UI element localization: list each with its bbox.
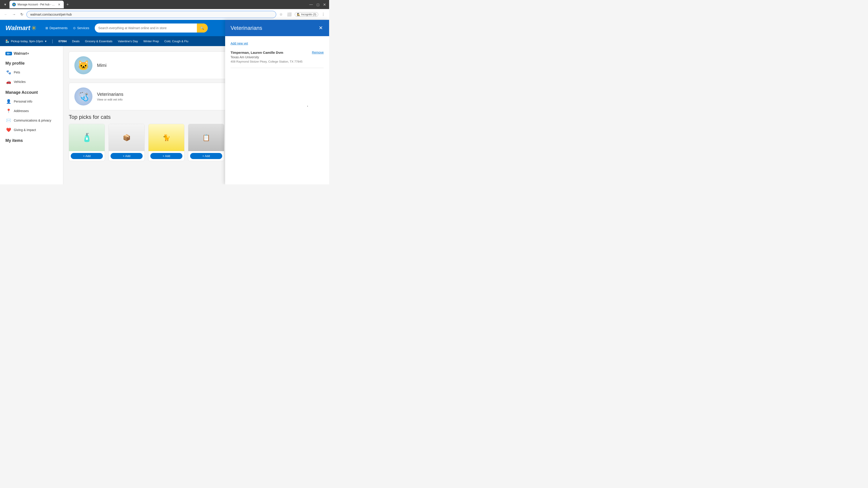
sidebar-item-personal-info[interactable]: 👤 Personal info	[0, 97, 63, 106]
product-image-spray: 🧴	[69, 124, 105, 151]
sidebar-item-vehicles-label: Vehicles	[14, 80, 26, 84]
cold-cough-link[interactable]: Cold, Cough & Flu	[164, 39, 188, 43]
departments-label: Departments	[50, 26, 68, 30]
vet-entry-0: Timperman, Lauren Camille Dvm Texas Am U…	[230, 51, 324, 68]
active-tab[interactable]: W Manage Account - Pet hub - W... ✕	[9, 1, 64, 8]
panel-title: Veterinarians	[230, 25, 262, 31]
back-button[interactable]: ←	[3, 11, 9, 18]
add-spray-button[interactable]: + Add	[71, 153, 103, 159]
sidebar-walmart-plus[interactable]: W+ Walmart+	[0, 50, 63, 57]
stethoscope-icon: 🩺	[78, 92, 89, 101]
manage-account-section-title: Manage Account	[0, 87, 63, 97]
sidebar-item-pets[interactable]: 🐾 Pets	[0, 68, 63, 77]
vet-card-subtitle: View or edit vet info	[97, 98, 123, 101]
walmart-logo-text: Walmart	[5, 24, 30, 32]
vet-org-0: Texas Am University	[230, 55, 303, 59]
pickup-label: Pickup today, 9pm-10pm	[11, 39, 43, 43]
panel-body: Add new vet Timperman, Lauren Camille Dv…	[225, 36, 329, 184]
services-label: Services	[77, 26, 89, 30]
product-card-spray: 🧴 + Add	[69, 124, 105, 161]
sidebar-item-personal-info-label: Personal info	[14, 100, 32, 103]
cat-icon: 🐱	[78, 60, 89, 71]
vet-card-title: Veterinarians	[97, 92, 123, 97]
vet-avatar: 🩺	[74, 88, 92, 105]
product-image-grey: 📋	[188, 124, 224, 151]
sidebar: W+ Walmart+ My profile 🐾 Pets 🚗 Vehicles…	[0, 46, 63, 184]
address-bar: ← → ↻ ☆ ⬜ 🕵 Incognito (3) ⋮	[0, 9, 329, 20]
search-input[interactable]	[95, 24, 208, 33]
sidebar-item-giving[interactable]: ❤️ Giving & impact	[0, 125, 63, 135]
new-tab-button[interactable]: +	[65, 1, 71, 8]
panel-header: Veterinarians ✕	[225, 20, 329, 36]
deals-link[interactable]: Deals	[72, 39, 80, 43]
veterinarians-panel: Veterinarians ✕ Add new vet Timperman, L…	[225, 20, 329, 184]
incognito-label: Incognito (3)	[301, 13, 316, 16]
vehicles-icon: 🚗	[6, 79, 11, 84]
forward-button[interactable]: →	[11, 11, 17, 18]
add-grey-button[interactable]: + Add	[190, 153, 222, 159]
walmart-plus-label: Walmart+	[14, 52, 29, 56]
walmart-spark-icon: ✳	[31, 24, 36, 32]
tab-favicon: W	[12, 3, 16, 6]
tab-switcher-button[interactable]: ▼	[2, 2, 8, 7]
walmart-logo[interactable]: Walmart ✳	[5, 24, 36, 32]
winter-prep-link[interactable]: Winter Prep	[143, 39, 159, 43]
communications-icon: ✉️	[6, 118, 11, 123]
product-card-litter-box: 📦 + Add	[108, 124, 145, 161]
services-icon: ⊙	[73, 26, 76, 30]
sidebar-item-pets-label: Pets	[14, 70, 20, 74]
sidebar-item-communications-label: Communications & privacy	[14, 119, 51, 122]
vet-details: Timperman, Lauren Camille Dvm Texas Am U…	[230, 51, 303, 63]
search-bar: 🔍	[95, 24, 208, 33]
remove-vet-button-0[interactable]: Remove	[312, 51, 324, 54]
close-window-button[interactable]: ✕	[322, 2, 327, 8]
pickup-selector[interactable]: 🏪 Pickup today, 9pm-10pm ▾	[5, 39, 46, 43]
restore-button[interactable]: ◻	[315, 2, 321, 8]
vet-name-0: Timperman, Lauren Camille Dvm	[230, 51, 303, 55]
sidebar-item-giving-label: Giving & impact	[14, 128, 36, 132]
personal-info-icon: 👤	[6, 99, 11, 104]
zip-code: 07094	[59, 39, 67, 43]
address-input[interactable]	[26, 11, 276, 18]
store-icon: 🏪	[5, 39, 9, 43]
sidebar-item-communications[interactable]: ✉️ Communications & privacy	[0, 116, 63, 125]
pickup-chevron-icon: ▾	[45, 39, 46, 43]
tab-title: Manage Account - Pet hub - W...	[18, 3, 56, 6]
pet-name-mimi: Mimi	[97, 63, 106, 68]
my-profile-section-title: My profile	[0, 57, 63, 68]
incognito-icon: 🕵	[297, 13, 300, 16]
walmart-plus-badge: W+	[5, 52, 12, 55]
incognito-button[interactable]: 🕵 Incognito (3)	[295, 12, 318, 17]
bookmark-button[interactable]: ☆	[278, 11, 284, 18]
tab-bar: ▼ W Manage Account - Pet hub - W... ✕ + …	[0, 0, 329, 9]
panel-close-button[interactable]: ✕	[318, 24, 324, 32]
tab-close-button[interactable]: ✕	[57, 3, 61, 6]
pet-avatar-mimi: 🐱	[74, 56, 92, 74]
search-button[interactable]: 🔍	[197, 24, 208, 33]
minimize-button[interactable]: —	[308, 2, 314, 7]
vet-card-info: Veterinarians View or edit vet info	[97, 92, 123, 101]
reload-button[interactable]: ↻	[19, 11, 25, 18]
product-image-tidy-cats: 🐈	[149, 124, 184, 151]
toolbar-icons: ☆ ⬜ 🕵 Incognito (3) ⋮	[278, 11, 327, 18]
grocery-link[interactable]: Grocery & Essentials	[85, 39, 112, 43]
add-litter-box-button[interactable]: + Add	[111, 153, 143, 159]
sidebar-item-vehicles[interactable]: 🚗 Vehicles	[0, 77, 63, 87]
add-tidy-cats-button[interactable]: + Add	[150, 153, 182, 159]
add-new-vet-link[interactable]: Add new vet	[230, 41, 324, 45]
split-view-button[interactable]: ⬜	[286, 11, 293, 18]
vet-address-0: 408 Raymond Stotzer Pkwy, College Statio…	[230, 60, 303, 63]
services-link[interactable]: ⊙ Services	[73, 26, 89, 30]
nav-divider: |	[52, 39, 53, 43]
sidebar-item-addresses-label: Addresses	[14, 109, 29, 113]
valentines-link[interactable]: Valentine's Day	[118, 39, 138, 43]
header-nav: ⊞ Departments ⊙ Services	[45, 26, 89, 30]
product-card-grey: 📋 + Add	[188, 124, 224, 161]
sidebar-item-addresses[interactable]: 📍 Addresses	[0, 106, 63, 116]
departments-link[interactable]: ⊞ Departments	[45, 26, 68, 30]
product-card-tidy-cats: 🐈 + Add	[148, 124, 184, 161]
departments-grid-icon: ⊞	[45, 26, 48, 30]
addresses-icon: 📍	[6, 108, 11, 113]
menu-button[interactable]: ⋮	[320, 11, 327, 18]
pets-icon: 🐾	[6, 70, 11, 75]
